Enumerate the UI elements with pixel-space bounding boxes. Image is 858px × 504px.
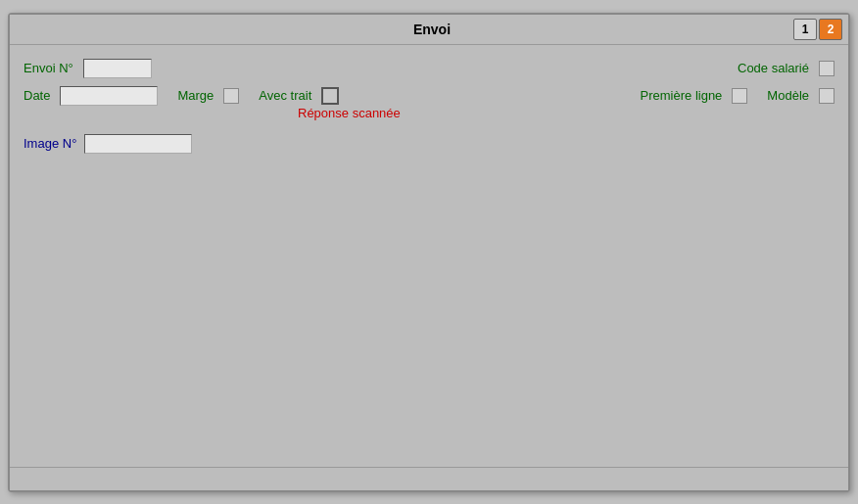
row-date-marge: Date Marge Avec trait Première ligne Mod…: [24, 86, 834, 106]
envoi-label: Envoi N°: [24, 61, 73, 75]
marge-label: Marge: [177, 88, 214, 103]
title-bar-buttons: 1 2: [793, 19, 842, 40]
reponse-scannee-label: Réponse scannée: [298, 106, 401, 120]
date-label: Date: [24, 88, 50, 103]
code-salarie-checkbox[interactable]: [819, 61, 834, 76]
image-input[interactable]: [84, 134, 192, 154]
modele-checkbox[interactable]: [819, 88, 834, 104]
modele-label: Modèle: [767, 88, 809, 103]
window-title: Envoi: [71, 22, 793, 37]
title-bar: Envoi 1 2: [10, 15, 848, 45]
row-group: Date Marge Avec trait Première ligne Mod…: [24, 86, 834, 120]
image-label: Image N°: [24, 136, 76, 151]
tab-button-1[interactable]: 1: [793, 19, 817, 40]
avec-trait-checkbox[interactable]: [321, 87, 339, 105]
row-image: Image N°: [24, 134, 834, 154]
bottom-bar: [10, 467, 848, 490]
reponse-row: Réponse scannée: [24, 106, 834, 120]
avec-trait-label: Avec trait: [259, 88, 311, 103]
code-salarie-label: Code salarié: [738, 61, 809, 75]
form-content: Envoi N° Code salarié Date Marge Avec tr…: [10, 45, 848, 467]
date-input[interactable]: [60, 86, 158, 106]
premiere-ligne-checkbox[interactable]: [732, 88, 747, 104]
main-window: Envoi 1 2 Envoi N° Code salarié Date Mar…: [8, 13, 850, 492]
row-envoi: Envoi N° Code salarié: [24, 59, 834, 78]
envoi-input[interactable]: [83, 59, 152, 78]
premiere-ligne-label: Première ligne: [641, 88, 723, 103]
marge-checkbox[interactable]: [223, 88, 239, 104]
tab-button-2[interactable]: 2: [819, 19, 842, 40]
